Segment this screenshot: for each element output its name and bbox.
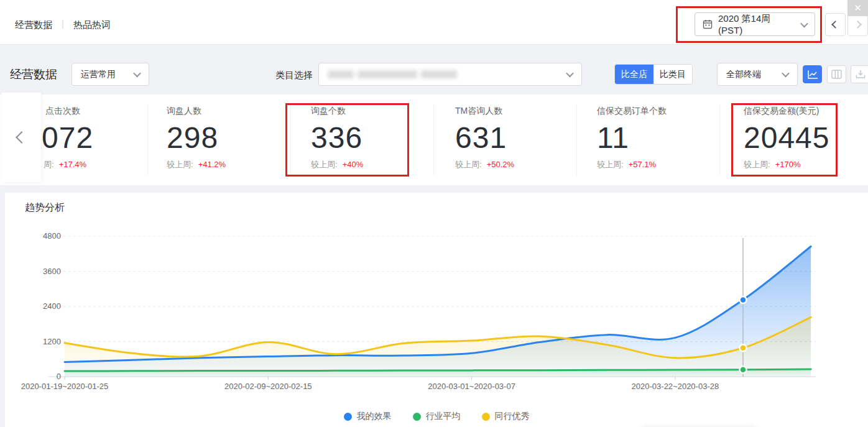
line-chart-view-button[interactable] [803,65,822,83]
week-picker-value: 2020 第14周 (PST) [718,13,796,35]
metric-card-delta: +57.1% [629,160,656,169]
metric-card-delta: +17.4% [59,160,86,169]
svg-text:4800: 4800 [43,231,61,241]
chevron-right-icon [854,21,862,29]
metric-card-compare: 较上周:+57.1% [597,159,727,170]
chart-legend: 我的效果行业平均同行优秀 [5,411,868,422]
metric-card-value: 11 [597,122,727,154]
metric-card: TM咨询人数 631 较上周:+50.2% [455,94,586,185]
metric-card-label: 点击次数 [45,106,172,117]
download-button[interactable] [851,65,868,83]
svg-text:2400: 2400 [43,301,61,311]
metric-card: 询盘人数 298 较上周:+41.2% [167,94,297,185]
metric-card-label: 询盘个数 [311,106,441,117]
category-select-redacted-value [328,70,567,78]
page-title: 经营数据 [10,67,57,83]
legend-item[interactable]: 我的效果 [344,411,392,422]
close-icon[interactable]: ✕ [847,0,868,16]
legend-label: 我的效果 [357,411,392,422]
terminal-select[interactable]: 全部终端 [717,63,798,86]
legend-dot-icon [482,413,490,421]
calendar-icon [703,19,713,29]
metric-card-label: 信保交易金额(美元) [744,106,868,117]
svg-text:3600: 3600 [43,267,61,276]
metric-card-compare: 较上周:+40% [311,159,441,170]
metric-card: 信保交易订单个数 11 较上周:+57.1% [597,94,727,185]
metric-card-compare: 周:+17.4% [44,159,172,170]
metric-card-compare: 较上周:+41.2% [167,159,297,170]
compare-toggle: 比全店 比类目 [614,64,693,85]
trend-title: 趋势分析 [25,201,65,214]
svg-text:2020-01-19~2020-01-25: 2020-01-19~2020-01-25 [21,382,109,391]
metric-card-value: 631 [455,122,586,154]
tab-business-data[interactable]: 经营数据 [15,19,52,31]
svg-text:0: 0 [57,372,61,381]
terminal-select-value: 全部终端 [726,69,783,80]
legend-dot-icon [413,413,421,421]
trend-panel: 趋势分析 012002400360048002020-01-19~2020-01… [5,193,868,427]
metric-card-delta: +41.2% [198,160,226,169]
chevron-left-icon [16,131,28,144]
legend-item[interactable]: 行业平均 [413,411,461,422]
preset-select-value: 运营常用 [81,69,134,80]
metric-card-label: 询盘人数 [167,106,297,117]
metric-card-delta: +170% [775,160,801,169]
metric-card-compare: 较上周:+170% [744,159,868,170]
tab-hot-products-words[interactable]: 热品热词 [73,19,111,31]
compare-category-button[interactable]: 比类目 [653,65,692,84]
next-week-button[interactable] [847,13,868,36]
metric-cards-strip: 点击次数 072 周:+17.4% 询盘人数 298 较上周:+41.2% 询盘… [0,94,868,185]
metric-card-value: 336 [311,122,441,154]
tab-divider: | [62,19,64,29]
legend-item[interactable]: 同行优秀 [482,411,530,422]
svg-text:2020-03-22~2020-03-28: 2020-03-22~2020-03-28 [632,382,719,391]
legend-label: 同行优秀 [495,411,530,422]
svg-text:2020-03-01~2020-03-07: 2020-03-01~2020-03-07 [428,382,515,391]
top-bar: 经营数据 | 热品热词 2020 第14周 (PST) ✕ [0,0,868,45]
metric-card-delta: +50.2% [487,160,514,169]
chevron-down-icon [133,70,141,78]
metric-card-delta: +40% [343,160,364,169]
table-view-button[interactable] [827,65,846,83]
cards-carousel-prev-button[interactable] [2,93,41,182]
metric-card-value: 20445 [744,122,868,154]
compare-whole-store-button[interactable]: 比全店 [615,65,653,84]
chevron-down-icon [800,19,808,27]
category-select-label: 类目选择 [275,70,313,81]
category-select[interactable] [318,63,582,86]
line-chart-icon [807,70,818,80]
legend-dot-icon [344,413,352,421]
table-icon [831,70,842,79]
metric-card-compare: 较上周:+50.2% [455,159,586,170]
svg-text:1200: 1200 [43,337,61,346]
chevron-left-icon [831,21,839,29]
metric-card-label: TM咨询人数 [455,106,586,117]
metric-card-label: 信保交易订单个数 [597,106,727,117]
chevron-down-icon [782,70,790,78]
metric-card-value: 072 [42,122,172,154]
metric-card: 询盘个数 336 较上周:+40% [311,94,441,185]
metric-card: 信保交易金额(美元) 20445 较上周:+170% [744,94,868,185]
dashboard-page: 经营数据 | 热品热词 2020 第14周 (PST) ✕ 经营数据 运营常用 … [0,0,868,427]
preset-select[interactable]: 运营常用 [72,63,149,86]
chevron-down-icon [566,70,574,78]
trend-chart: 012002400360048002020-01-19~2020-01-2520… [5,193,868,427]
metric-card-value: 298 [167,122,297,154]
legend-label: 行业平均 [426,411,461,422]
svg-text:2020-02-09~2020-02-15: 2020-02-09~2020-02-15 [224,382,312,391]
prev-week-button[interactable] [825,13,846,36]
metric-card: 点击次数 072 周:+17.4% [42,94,172,185]
week-picker[interactable]: 2020 第14周 (PST) [695,12,815,36]
download-icon [856,70,866,79]
